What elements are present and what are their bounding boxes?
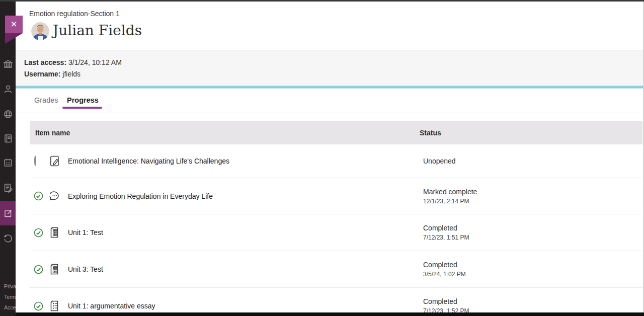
calendar-icon[interactable] [3,157,13,168]
progress-table: Item name Status Emotional Intelligence:… [30,121,642,312]
item-status: Completed [423,261,642,269]
student-avatar [31,22,49,40]
tab-progress[interactable]: Progress [67,96,99,104]
course-label: Emotion regulation-Section 1 [29,10,120,18]
item-title: Unit 1: Test [68,228,103,236]
username-line: Username: jfields [24,68,643,80]
last-access-line: Last access: 3/1/24, 10:12 AM [24,57,643,68]
item-status-date: 12/1/23, 2:14 PM [423,198,642,205]
item-status: Marked complete [423,188,642,196]
globe-icon[interactable] [3,109,13,119]
item-status: Completed [423,224,642,232]
base-navigation-sidebar: Privacy Terms Accessibility [0,0,16,316]
item-title: Emotional Intelligence: Navigating Life'… [68,157,229,165]
journal-icon [48,154,61,168]
table-header: Item name Status [30,121,642,144]
last-access-label: Last access: [24,58,66,66]
complete-check-icon [34,265,43,274]
active-tab-underline [62,107,102,109]
test-icon [48,226,61,239]
table-row[interactable]: Exploring Emotion Regulation in Everyday… [30,178,642,214]
column-header-item-name: Item name [30,129,419,137]
tab-bar: Grades Progress [16,89,643,113]
panel-header: Emotion regulation-Section 1 Julian Fiel… [16,2,643,50]
complete-check-icon [34,301,43,311]
close-icon: ✕ [10,19,17,30]
discussion-icon [48,190,61,203]
item-status-date: 7/12/23, 1:52 PM [423,307,642,312]
column-header-status: Status [419,129,441,137]
complete-check-icon [34,228,43,238]
last-access-value: 3/1/24, 10:12 AM [68,58,122,66]
item-status-date: 3/5/24, 1:02 PM [423,271,642,278]
window-top-edge [0,0,644,2]
unopened-circle-icon [34,156,43,166]
table-row[interactable]: Unit 3: Test Completed 3/5/24, 1:02 PM [30,251,642,287]
item-title: Exploring Emotion Regulation in Everyday… [68,192,213,200]
item-status: Unopened [423,157,642,166]
activity-history-icon[interactable] [3,233,13,243]
messages-icon[interactable] [3,183,13,193]
grades-icon [3,208,13,218]
username-value: jfields [62,70,80,78]
item-title: Unit 1: argumentative essay [68,302,155,310]
complete-check-icon [34,191,43,201]
username-label: Username: [24,70,60,78]
profile-icon[interactable] [3,84,13,94]
table-row[interactable]: Unit 1: Test Completed 7/12/23, 1:51 PM [30,214,642,251]
student-overview-panel: Emotion regulation-Section 1 Julian Fiel… [16,2,644,312]
item-status-date: 7/12/23, 1:51 PM [423,234,642,241]
sidebar-item-gradebook-active[interactable] [0,201,16,225]
item-status: Completed [423,297,642,306]
test-icon [48,263,61,276]
tab-grades[interactable]: Grades [34,96,58,104]
student-meta-section: Last access: 3/1/24, 10:12 AM Username: … [16,50,643,86]
close-panel-button[interactable]: ✕ [5,16,23,33]
item-title: Unit 3: Test [68,265,103,273]
student-name: Julian Fields [53,22,142,39]
table-row[interactable]: Emotional Intelligence: Navigating Life'… [30,144,642,178]
courses-icon[interactable] [3,133,13,143]
table-row[interactable]: Unit 1: argumentative essay Completed 7/… [30,287,642,312]
institution-icon[interactable] [3,59,13,69]
checklist-icon [48,299,61,312]
